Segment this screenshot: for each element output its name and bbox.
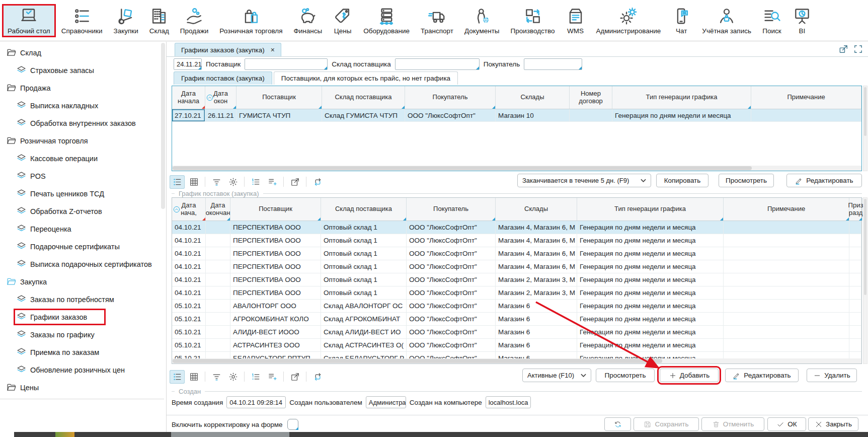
nav-item-retail[interactable]: Розничная торговля xyxy=(215,5,287,36)
cell[interactable]: ПЕРСПЕКТИВА ООО xyxy=(230,247,321,260)
tree-entry[interactable]: Подарочные сертификаты xyxy=(15,240,122,253)
expiring-filter-select[interactable]: Заканчивается в течение 5 дн. (F9) xyxy=(517,174,651,187)
tree-item-16[interactable]: Заказы по графику xyxy=(0,326,166,343)
cell[interactable] xyxy=(206,300,230,312)
cell[interactable]: АЛИДИ-ВЕСТ ИООО xyxy=(230,326,321,338)
cell[interactable] xyxy=(724,247,849,260)
open-external-button[interactable] xyxy=(287,175,302,189)
tree-entry[interactable]: Обновление розничных цен xyxy=(15,363,127,377)
horizontal-scrollbar[interactable] xyxy=(172,358,861,363)
cell[interactable]: АГРОКОМБИНАТ КОЛО xyxy=(230,313,321,325)
cell[interactable] xyxy=(724,313,849,325)
tree-entry[interactable]: Обработка Z-отчетов xyxy=(15,204,104,218)
table-row[interactable]: 04.10.21ПЕРСПЕКТИВА ООООптовый склад 1ОО… xyxy=(172,234,861,247)
settings-button[interactable] xyxy=(225,370,241,384)
filter-button[interactable] xyxy=(209,175,224,189)
tree-item-6[interactable]: Кассовые операции xyxy=(0,150,166,167)
cell[interactable]: ПЕРСПЕКТИВА ООО xyxy=(230,286,321,299)
nav-item-desktop[interactable]: Рабочий стол xyxy=(3,5,55,36)
tree-group-5[interactable]: Розничная торговля xyxy=(0,132,166,150)
cell[interactable]: Магазин 6 xyxy=(496,300,577,312)
cell[interactable]: Магазин 4, Магазин 6, М xyxy=(496,260,577,273)
cell[interactable]: Склад АГРОКОМБИНАТ xyxy=(321,313,407,325)
column-header[interactable]: Дата окон xyxy=(205,86,236,109)
cell[interactable]: Магазин 10 xyxy=(496,109,570,121)
subtab-1[interactable]: Поставщики, для которых есть прайс, но н… xyxy=(274,71,458,85)
tree-entry[interactable]: Закупка xyxy=(5,275,49,288)
cell[interactable] xyxy=(849,273,861,286)
cell[interactable]: ООО "ЛюксСофтОпт" xyxy=(407,247,496,260)
tree-item-11[interactable]: Подарочные сертификаты xyxy=(0,238,166,255)
cell[interactable]: 04.10.21 xyxy=(172,247,206,260)
table-row[interactable]: 05.10.21АЛИДИ-ВЕСТ ИОООСклад АЛИДИ-ВЕСТ … xyxy=(172,326,861,339)
nav-item-chat[interactable]: Чат xyxy=(667,5,695,36)
maximize-button[interactable] xyxy=(853,44,863,56)
cell[interactable] xyxy=(849,300,861,312)
table-row[interactable]: 27.10.2126.11.21ГУМИСТА ЧТУПСклад ГУМИСТ… xyxy=(172,109,861,122)
nav-item-wms[interactable]: WMS xyxy=(562,5,590,36)
cell[interactable]: Магазин 6 xyxy=(496,326,577,338)
column-header[interactable]: Дата окончан xyxy=(206,198,230,221)
cell[interactable]: Генерация по дням недели и месяца xyxy=(577,313,724,325)
table-row[interactable]: 04.10.21ПЕРСПЕКТИВА ООООптовый склад 1ОО… xyxy=(172,286,861,300)
cell[interactable] xyxy=(724,234,849,247)
tree-group-19[interactable]: Цены xyxy=(0,379,166,396)
edit-button[interactable]: Редактировать xyxy=(725,369,799,382)
reload-button[interactable] xyxy=(310,175,325,189)
tree-entry[interactable]: Склад xyxy=(5,46,43,59)
cell[interactable]: ООО "ЛюксСофтОпт" xyxy=(407,221,496,234)
cell[interactable]: Склад ГУМИСТА ЧТУП xyxy=(322,109,405,121)
nav-item-search[interactable]: Поиск xyxy=(758,5,786,36)
cell[interactable]: ООО "ЛюксСофтОпт" xyxy=(407,273,496,286)
tree-group-2[interactable]: Продажа xyxy=(0,79,166,97)
nav-item-purchases[interactable]: Закупки xyxy=(109,5,143,36)
table-row[interactable]: 04.10.21ПЕРСПЕКТИВА ООООптовый склад 1ОО… xyxy=(172,273,861,286)
tree-entry[interactable]: Обработка внутренних заказов xyxy=(15,116,138,130)
cell[interactable] xyxy=(724,260,849,273)
cell[interactable]: 04.10.21 xyxy=(172,273,206,286)
cell[interactable]: ООО "ЛюксСофтОпт" xyxy=(407,286,496,299)
cell[interactable]: 05.10.21 xyxy=(172,352,206,358)
tree-item-12[interactable]: Выписка подарочных сертификатов xyxy=(0,255,166,273)
cell[interactable]: Магазин 6 xyxy=(496,313,577,325)
reload-button[interactable] xyxy=(310,370,325,384)
cell[interactable] xyxy=(724,221,849,234)
numbered-list-button[interactable] xyxy=(248,370,263,384)
cell[interactable]: Генерация по дням недели и месяца xyxy=(577,326,724,338)
numbered-list-button[interactable] xyxy=(248,175,263,189)
cell[interactable] xyxy=(724,286,849,299)
cell[interactable] xyxy=(849,339,861,351)
cell[interactable]: ООО "ЛюксСофтОпт" xyxy=(407,300,496,312)
tree-entry[interactable]: Заказы по графику xyxy=(15,328,97,341)
cell[interactable]: Генерация по дням недели и месяца xyxy=(577,352,724,358)
cell[interactable]: 04.10.21 xyxy=(172,260,206,273)
cell[interactable]: Оптовый склад 1 xyxy=(321,234,407,247)
top-table-vertical-scrollbar[interactable] xyxy=(863,86,867,171)
active-filter-select[interactable]: Активные (F10) xyxy=(522,369,591,382)
list-add-button[interactable] xyxy=(265,370,280,384)
nav-item-production[interactable]: Производство xyxy=(506,5,560,36)
cell[interactable]: Генерация по дням недели и месяца xyxy=(577,247,724,260)
tree-entry[interactable]: Выписка подарочных сертификатов xyxy=(15,257,154,271)
cancel-button[interactable]: Отменить xyxy=(701,417,764,431)
cell[interactable]: 05.10.21 xyxy=(172,339,206,351)
cell[interactable] xyxy=(724,326,849,338)
cell[interactable]: Генерация по дням недели и месяца xyxy=(577,221,724,234)
cell[interactable] xyxy=(206,221,230,234)
cell[interactable] xyxy=(849,234,861,247)
nav-item-equipment[interactable]: Оборудование xyxy=(359,5,414,36)
cell[interactable]: 27.10.21 xyxy=(172,109,205,121)
list-view-button[interactable] xyxy=(170,370,185,384)
column-header[interactable]: Примечание xyxy=(751,86,861,109)
table-row[interactable]: 05.10.21БЕЛАРУСЬТОРГ РПТУПСклад БЕЛАРУСЬ… xyxy=(172,352,861,358)
tab-close-icon[interactable]: × xyxy=(271,46,275,54)
cell[interactable]: Магазин 4, Магазин 6, М xyxy=(496,221,577,234)
column-header[interactable]: Склад поставщика xyxy=(321,198,407,221)
nav-item-transport[interactable]: Транспорт xyxy=(416,5,458,36)
nav-item-administration[interactable]: Администрирование xyxy=(592,5,666,36)
cell[interactable]: ПЕРСПЕКТИВА ООО xyxy=(230,221,321,234)
table-row[interactable]: 04.10.21ПЕРСПЕКТИВА ООООптовый склад 1ОО… xyxy=(172,221,861,234)
cell[interactable]: 05.10.21 xyxy=(172,300,206,312)
cell[interactable] xyxy=(206,352,230,358)
cell[interactable]: ООО "ЛюксСофтОпт" xyxy=(407,313,496,325)
